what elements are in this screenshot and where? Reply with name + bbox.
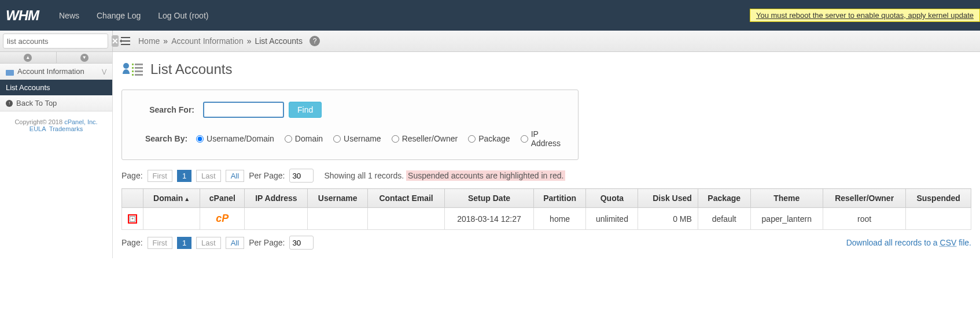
sidebar-search-input[interactable] xyxy=(3,34,108,49)
page-number-button-bottom[interactable]: 1 xyxy=(177,237,191,249)
svg-rect-0 xyxy=(6,70,14,76)
th-package[interactable]: Package xyxy=(698,189,750,208)
th-quota[interactable]: Quota xyxy=(586,189,638,208)
svg-rect-5 xyxy=(135,67,143,69)
svg-rect-9 xyxy=(135,74,143,76)
sort-asc-icon: ▲ xyxy=(184,196,190,202)
cpanel-link[interactable]: cPanel, Inc. xyxy=(64,118,97,125)
per-page-input[interactable] xyxy=(289,169,314,183)
per-page-input-bottom[interactable] xyxy=(289,236,314,250)
svg-point-1 xyxy=(123,63,129,69)
sidebar-section-label: Account Information xyxy=(17,67,84,76)
page-first-button-bottom[interactable]: First xyxy=(148,237,172,249)
td-ip-address xyxy=(245,208,308,230)
pagination-bottom: Page: First 1 Last All Per Page: Downloa… xyxy=(121,236,971,250)
page-first-button[interactable]: First xyxy=(148,170,172,182)
breadcrumb-home[interactable]: Home xyxy=(138,36,160,46)
hamburger-icon[interactable] xyxy=(117,34,134,48)
sidebar-back-to-top[interactable]: ↑ Back To Top xyxy=(0,95,112,111)
page-last-button[interactable]: Last xyxy=(196,170,221,182)
th-reseller-owner[interactable]: Reseller/Owner xyxy=(823,189,905,208)
td-domain xyxy=(143,208,200,230)
th-setup-date[interactable]: Setup Date xyxy=(445,189,533,208)
whm-logo: WHM xyxy=(6,8,39,24)
td-cpanel[interactable]: cP xyxy=(200,208,245,230)
suspended-note: Suspended accounts are highlighted in re… xyxy=(406,170,565,181)
th-disk-used[interactable]: Disk Used xyxy=(638,189,698,208)
cpanel-icon: cP xyxy=(216,213,229,224)
account-info-icon xyxy=(6,69,14,75)
nav-log-out[interactable]: Log Out (root) xyxy=(149,11,217,20)
sidebar-section-account-info[interactable]: Account Information ⋁ xyxy=(0,64,112,80)
nav-change-log[interactable]: Change Log xyxy=(88,11,149,20)
sidebar-item-list-accounts[interactable]: List Accounts xyxy=(0,80,112,95)
td-setup-date: 2018-03-14 12:27 xyxy=(445,208,533,230)
th-contact-email[interactable]: Contact Email xyxy=(367,189,444,208)
svg-rect-3 xyxy=(135,64,143,65)
radio-username-domain[interactable]: Username/Domain xyxy=(196,134,274,143)
th-cpanel[interactable]: cPanel xyxy=(200,189,245,208)
td-suspended xyxy=(906,208,971,230)
copyright-text: Copyright© 2018 xyxy=(14,118,64,125)
td-username xyxy=(308,208,367,230)
breadcrumb-section[interactable]: Account Information xyxy=(171,36,244,46)
search-by-radio-group: Username/Domain Domain Username Reseller… xyxy=(196,129,561,148)
chevron-down-icon: ⋁ xyxy=(102,68,106,75)
td-reseller-owner: root xyxy=(823,208,905,230)
td-partition: home xyxy=(533,208,586,230)
th-username[interactable]: Username xyxy=(308,189,367,208)
sidebar-footer: Copyright© 2018 cPanel, Inc. EULA Tradem… xyxy=(0,111,112,139)
collapse-bar: ▲ ▼ xyxy=(0,52,112,64)
th-theme[interactable]: Theme xyxy=(750,189,823,208)
download-csv-link[interactable]: Download all records to a CSV file. xyxy=(846,238,971,247)
th-expand xyxy=(122,189,143,208)
td-quota: unlimited xyxy=(586,208,638,230)
th-ip-address[interactable]: IP Address xyxy=(245,189,308,208)
back-to-top-label: Back To Top xyxy=(16,99,57,107)
accounts-table: Domain▲ cPanel IP Address Username Conta… xyxy=(121,188,971,230)
svg-rect-6 xyxy=(132,70,134,72)
eula-link[interactable]: EULA xyxy=(30,125,46,132)
collapse-up-button[interactable]: ▲ xyxy=(0,52,57,63)
svg-rect-8 xyxy=(132,74,134,76)
trademarks-link[interactable]: Trademarks xyxy=(49,125,83,132)
sidebar: ▲ ▼ Account Information ⋁ List Accounts … xyxy=(0,52,113,258)
back-arrow-icon: ↑ xyxy=(6,100,13,107)
td-theme: paper_lantern xyxy=(750,208,823,230)
breadcrumb: Home » Account Information » List Accoun… xyxy=(138,36,320,46)
search-for-label: Search For: xyxy=(139,105,203,114)
radio-package[interactable]: Package xyxy=(468,134,510,143)
th-partition[interactable]: Partition xyxy=(533,189,586,208)
reboot-notification[interactable]: You must reboot the server to enable quo… xyxy=(750,9,980,22)
th-suspended[interactable]: Suspended xyxy=(906,189,971,208)
search-for-input[interactable] xyxy=(203,102,284,118)
radio-ip-address[interactable]: IP Address xyxy=(521,129,561,148)
main-content: List Accounts Search For: Find Search By… xyxy=(113,52,980,258)
page-label: Page: xyxy=(121,171,143,180)
list-accounts-icon xyxy=(121,61,145,78)
search-by-label: Search By: xyxy=(139,134,196,143)
page-last-button-bottom[interactable]: Last xyxy=(196,237,221,249)
expand-row-button[interactable]: + xyxy=(128,214,137,224)
page-all-button-bottom[interactable]: All xyxy=(226,237,244,249)
radio-reseller-owner[interactable]: Reseller/Owner xyxy=(392,134,458,143)
collapse-down-button[interactable]: ▼ xyxy=(57,52,113,63)
svg-rect-7 xyxy=(135,70,143,72)
per-page-label-bottom: Per Page: xyxy=(249,238,285,247)
breadcrumb-current: List Accounts xyxy=(255,36,303,46)
page-number-button[interactable]: 1 xyxy=(177,170,191,182)
find-button[interactable]: Find xyxy=(289,102,322,118)
page-all-button[interactable]: All xyxy=(226,170,244,182)
per-page-label: Per Page: xyxy=(249,171,285,180)
nav-news[interactable]: News xyxy=(50,11,88,20)
top-nav: WHM News Change Log Log Out (root) You m… xyxy=(0,0,980,31)
th-domain[interactable]: Domain▲ xyxy=(143,189,200,208)
td-package: default xyxy=(698,208,750,230)
help-icon[interactable]: ? xyxy=(310,36,320,46)
table-row: + cP 2018-03-14 12:27 home unlimited 0 M… xyxy=(122,208,971,230)
td-disk-used: 0 MB xyxy=(638,208,698,230)
radio-username[interactable]: Username xyxy=(333,134,381,143)
page-title: List Accounts xyxy=(150,61,232,77)
radio-domain[interactable]: Domain xyxy=(285,134,323,143)
pagination-top: Page: First 1 Last All Per Page: Showing… xyxy=(121,169,971,183)
